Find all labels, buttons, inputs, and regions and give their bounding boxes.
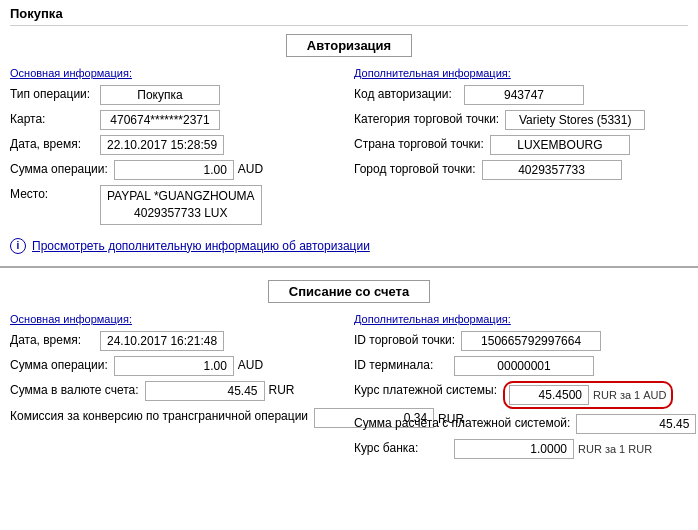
writeoff-basic-label: Основная информация:	[10, 313, 344, 325]
merchant-id-label: ID торговой точки:	[354, 331, 461, 347]
bank-rate-row: Курс банка: 1.0000 RUR за 1 RUR	[354, 439, 688, 459]
merchant-id-value: 150665792997664	[461, 331, 601, 351]
conversion-fee-row: Комиссия за конверсию по трансграничной …	[10, 406, 344, 428]
card-label: Карта:	[10, 110, 100, 126]
writeoff-header-box: Списание со счета	[268, 280, 430, 303]
writeoff-amount-currency: AUD	[238, 356, 263, 372]
merchant-category-label: Категория торговой точки:	[354, 110, 505, 126]
auth-date-label: Дата, время:	[10, 135, 100, 151]
bank-rate-value: 1.0000	[454, 439, 574, 459]
auth-additional-label: Дополнительная информация:	[354, 67, 688, 79]
auth-place-label: Место:	[10, 185, 100, 201]
auth-place-row: Место: PAYPAL *GUANGZHOUMA4029357733 LUX	[10, 185, 344, 225]
writeoff-additional-label: Дополнительная информация:	[354, 313, 688, 325]
auth-basic-label: Основная информация:	[10, 67, 344, 79]
conversion-fee-label: Комиссия за конверсию по трансграничной …	[10, 406, 314, 425]
writeoff-account-amount-row: Сумма в валюте счета: 45.45 RUR	[10, 381, 344, 401]
exchange-rate-value: 45.4500	[509, 385, 589, 405]
card-value: 470674*******2371	[100, 110, 220, 130]
exchange-rate-unit: RUR за 1 AUD	[593, 389, 667, 401]
writeoff-date-label: Дата, время:	[10, 331, 100, 347]
merchant-category-value: Variety Stores (5331)	[505, 110, 645, 130]
writeoff-header: Списание со счета	[10, 280, 688, 303]
auth-amount-label: Сумма операции:	[10, 160, 114, 176]
authorization-header: Авторизация	[10, 34, 688, 57]
auth-code-label: Код авторизации:	[354, 85, 464, 101]
exchange-rate-label: Курс платежной системы:	[354, 381, 503, 397]
auth-additional-info: Дополнительная информация: Код авторизац…	[354, 67, 688, 230]
writeoff-date-row: Дата, время: 24.10.2017 16:21:48	[10, 331, 344, 351]
authorization-section: Авторизация Основная информация: Тип опе…	[0, 26, 698, 262]
exchange-rate-highlight: 45.4500 RUR за 1 AUD	[503, 381, 673, 409]
bank-rate-unit: RUR за 1 RUR	[578, 443, 652, 455]
writeoff-amount-value: 1.00	[114, 356, 234, 376]
auth-code-row: Код авторизации: 943747	[354, 85, 688, 105]
city-label: Город торговой точки:	[354, 160, 482, 176]
payment-amount-value: 45.45	[576, 414, 696, 434]
country-row: Страна торговой точки: LUXEMBOURG	[354, 135, 688, 155]
auth-date-row: Дата, время: 22.10.2017 15:28:59	[10, 135, 344, 155]
auth-amount-row: Сумма операции: 1.00 AUD	[10, 160, 344, 180]
auth-place-value: PAYPAL *GUANGZHOUMA4029357733 LUX	[100, 185, 262, 225]
operation-type-value: Покупка	[100, 85, 220, 105]
exchange-rate-row: Курс платежной системы: 45.4500 RUR за 1…	[354, 381, 688, 409]
auth-code-value: 943747	[464, 85, 584, 105]
auth-date-value: 22.10.2017 15:28:59	[100, 135, 224, 155]
writeoff-account-amount-value: 45.45	[145, 381, 265, 401]
card-row: Карта: 470674*******2371	[10, 110, 344, 130]
payment-amount-label: Сумма расчета с платежной системой:	[354, 414, 576, 430]
page-title: Покупка	[0, 0, 698, 25]
merchant-category-row: Категория торговой точки: Variety Stores…	[354, 110, 688, 130]
section-divider	[0, 266, 698, 268]
payment-amount-row: Сумма расчета с платежной системой: 45.4…	[354, 414, 688, 434]
bank-rate-label: Курс банка:	[354, 439, 454, 455]
writeoff-account-amount-currency: RUR	[269, 381, 295, 397]
writeoff-content: Основная информация: Дата, время: 24.10.…	[10, 313, 688, 464]
writeoff-amount-label: Сумма операции:	[10, 356, 114, 372]
city-value: 4029357733	[482, 160, 622, 180]
writeoff-basic-info: Основная информация: Дата, время: 24.10.…	[10, 313, 344, 464]
writeoff-section: Списание со счета Основная информация: Д…	[0, 272, 698, 472]
writeoff-amount-row: Сумма операции: 1.00 AUD	[10, 356, 344, 376]
info-row[interactable]: i Просмотреть дополнительную информацию …	[10, 238, 688, 254]
auth-amount-value: 1.00	[114, 160, 234, 180]
country-value: LUXEMBOURG	[490, 135, 630, 155]
terminal-id-row: ID терминала: 00000001	[354, 356, 688, 376]
writeoff-additional-info: Дополнительная информация: ID торговой т…	[354, 313, 688, 464]
auth-amount-currency: AUD	[238, 160, 263, 176]
city-row: Город торговой точки: 4029357733	[354, 160, 688, 180]
terminal-id-value: 00000001	[454, 356, 594, 376]
authorization-content: Основная информация: Тип операции: Покуп…	[10, 67, 688, 230]
country-label: Страна торговой точки:	[354, 135, 490, 151]
operation-type-label: Тип операции:	[10, 85, 100, 101]
info-link[interactable]: Просмотреть дополнительную информацию об…	[32, 239, 370, 253]
authorization-header-box: Авторизация	[286, 34, 412, 57]
merchant-id-row: ID торговой точки: 150665792997664	[354, 331, 688, 351]
writeoff-date-value: 24.10.2017 16:21:48	[100, 331, 224, 351]
operation-type-row: Тип операции: Покупка	[10, 85, 344, 105]
auth-basic-info: Основная информация: Тип операции: Покуп…	[10, 67, 344, 230]
info-icon: i	[10, 238, 26, 254]
writeoff-account-amount-label: Сумма в валюте счета:	[10, 381, 145, 397]
terminal-id-label: ID терминала:	[354, 356, 454, 372]
